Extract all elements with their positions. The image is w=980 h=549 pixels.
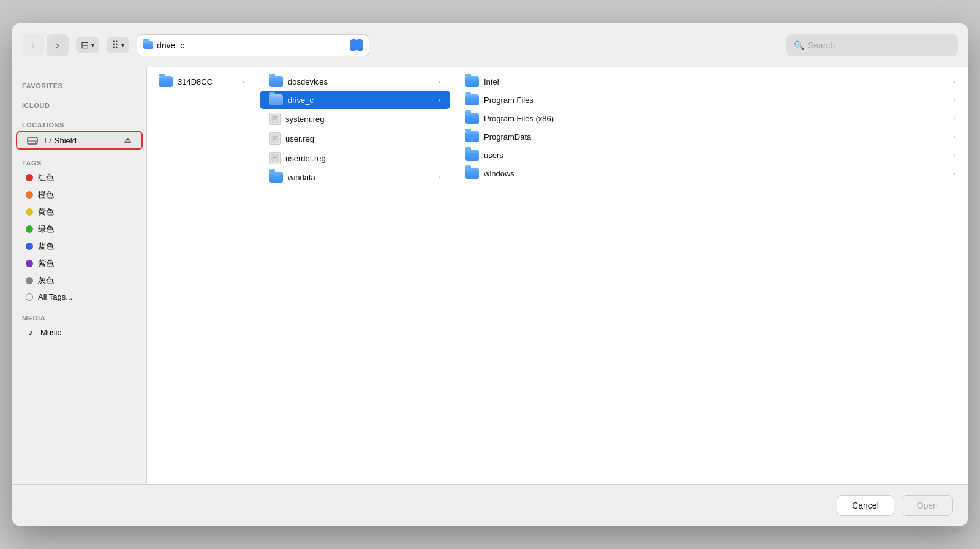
file-name-windows: windows <box>484 169 948 178</box>
file-item-windata[interactable]: windata › <box>260 168 450 186</box>
chevron-intel: › <box>953 78 956 85</box>
path-stepper[interactable]: ⌃⌄ <box>350 39 363 51</box>
sidebar-section-media: Media <box>12 309 146 324</box>
sidebar-section-icloud: iCloud <box>12 97 146 112</box>
forward-button[interactable]: › <box>47 34 69 56</box>
file-item-user-reg[interactable]: user.reg <box>260 129 450 148</box>
cancel-button[interactable]: Cancel <box>837 495 894 516</box>
file-item-program-data[interactable]: ProgramData › <box>456 127 965 146</box>
sidebar-item-label-t7: T7 Shield <box>43 136 77 145</box>
folder-icon-dosdevices <box>270 76 283 87</box>
sidebar-item-blue[interactable]: 蓝色 <box>16 238 143 255</box>
music-icon: ♪ <box>26 327 36 337</box>
file-name-user-reg: user.reg <box>285 134 440 143</box>
chevron-314d8cc: › <box>242 78 244 85</box>
grid-view-button[interactable]: ⠿ ▾ <box>107 37 129 53</box>
reg-icon-user <box>270 132 281 145</box>
reg-icon-userdef <box>270 152 281 164</box>
chevron-program-files: › <box>953 96 956 104</box>
file-item-program-files-x86[interactable]: Program Files (x86) › <box>456 109 965 127</box>
blue-dot <box>26 243 33 250</box>
file-item-users[interactable]: users › <box>456 146 965 164</box>
eject-icon[interactable]: ⏏ <box>124 135 132 145</box>
folder-icon-windows <box>466 168 479 179</box>
file-name-314d8cc: 314D8CC <box>178 77 237 86</box>
watermark: CSDN @爱写代码的刷子 <box>891 526 965 536</box>
sidebar: Favorites iCloud Locations T7 Shield ⏏ T… <box>12 67 147 484</box>
path-text: drive_c <box>157 40 347 50</box>
search-icon: 🔍 <box>794 40 804 50</box>
sidebar-item-orange[interactable]: 橙色 <box>16 186 143 203</box>
folder-icon-windata <box>270 172 283 183</box>
path-bar[interactable]: drive_c ⌃⌄ <box>137 34 369 56</box>
yellow-dot <box>26 208 33 216</box>
sidebar-item-music[interactable]: ♪ Music <box>16 324 143 340</box>
red-dot <box>26 174 33 181</box>
file-item-program-files[interactable]: Program Files › <box>456 91 965 109</box>
bottom-bar: Cancel Open <box>12 484 968 526</box>
sidebar-label-green: 绿色 <box>38 224 54 235</box>
sidebar-item-yellow[interactable]: 黄色 <box>16 203 143 221</box>
column-mid: dosdevices › drive_c › <box>257 67 453 484</box>
file-name-dosdevices: dosdevices <box>288 77 433 86</box>
file-name-program-data: ProgramData <box>484 132 948 142</box>
folder-icon-program-data <box>466 131 479 142</box>
sidebar-label-orange: 橙色 <box>38 189 54 200</box>
column-view-chevron: ▾ <box>91 42 94 48</box>
nav-buttons: ‹ › <box>22 34 69 56</box>
sidebar-item-t7-shield[interactable]: T7 Shield ⏏ <box>16 131 143 150</box>
file-item-dosdevices[interactable]: dosdevices › <box>260 72 450 91</box>
file-name-program-files: Program Files <box>484 96 948 105</box>
toolbar: ‹ › ⊟ ▾ ⠿ ▾ drive_c ⌃⌄ 🔍 <box>12 23 968 67</box>
gray-dot <box>26 277 33 284</box>
chevron-program-files-x86: › <box>953 115 956 122</box>
sidebar-item-all-tags[interactable]: All Tags... <box>16 289 143 305</box>
folder-icon-314d8cc <box>159 76 173 87</box>
columns-area: 314D8CC › dosdevices › drive_c › <box>147 67 968 484</box>
file-name-system-reg: system.reg <box>285 115 440 124</box>
sidebar-section-locations: Locations <box>12 116 146 131</box>
path-folder-icon <box>143 41 153 49</box>
file-item-userdef-reg[interactable]: userdef.reg <box>260 148 450 168</box>
chevron-program-data: › <box>953 133 956 140</box>
svg-rect-11 <box>272 154 278 162</box>
all-tags-icon <box>26 293 33 301</box>
file-item-314d8cc[interactable]: 314D8CC › <box>149 72 254 91</box>
search-bar[interactable]: 🔍 <box>786 34 958 56</box>
open-button[interactable]: Open <box>902 495 953 516</box>
sidebar-label-yellow: 黄色 <box>38 206 54 218</box>
folder-icon-drive-c <box>270 94 283 105</box>
file-name-userdef-reg: userdef.reg <box>285 154 440 163</box>
column-view-button[interactable]: ⊟ ▾ <box>76 37 99 53</box>
file-item-windows[interactable]: windows › <box>456 164 965 183</box>
file-item-drive-c[interactable]: drive_c › <box>260 91 450 109</box>
file-name-windata: windata <box>288 173 433 182</box>
file-item-intel[interactable]: Intel › <box>456 72 965 91</box>
sidebar-item-purple[interactable]: 紫色 <box>16 255 143 272</box>
back-button[interactable]: ‹ <box>22 34 44 56</box>
sidebar-section-favorites: Favorites <box>12 77 146 92</box>
file-item-system-reg[interactable]: system.reg <box>260 109 450 129</box>
file-name-users: users <box>484 151 948 160</box>
folder-icon-program-files <box>466 94 479 105</box>
chevron-windows: › <box>953 170 956 177</box>
sidebar-section-tags: Tags <box>12 154 146 169</box>
reg-icon-system <box>270 113 281 125</box>
sidebar-item-gray[interactable]: 灰色 <box>16 272 143 289</box>
sidebar-item-red[interactable]: 红色 <box>16 169 143 186</box>
file-name-intel: Intel <box>484 77 948 86</box>
folder-icon-users <box>466 150 479 161</box>
orange-dot <box>26 191 33 199</box>
file-name-program-files-x86: Program Files (x86) <box>484 114 948 123</box>
search-input[interactable] <box>808 40 951 50</box>
chevron-windata: › <box>438 173 440 181</box>
path-stepper-icon: ⌃⌄ <box>353 38 360 53</box>
chevron-users: › <box>953 151 956 159</box>
svg-rect-3 <box>272 115 278 123</box>
finder-window: ‹ › ⊟ ▾ ⠿ ▾ drive_c ⌃⌄ 🔍 <box>12 23 968 526</box>
sidebar-item-green[interactable]: 绿色 <box>16 221 143 238</box>
back-icon: ‹ <box>31 40 34 51</box>
chevron-drive-c: › <box>438 96 440 104</box>
sidebar-label-purple: 紫色 <box>38 258 54 269</box>
forward-icon: › <box>56 40 59 51</box>
